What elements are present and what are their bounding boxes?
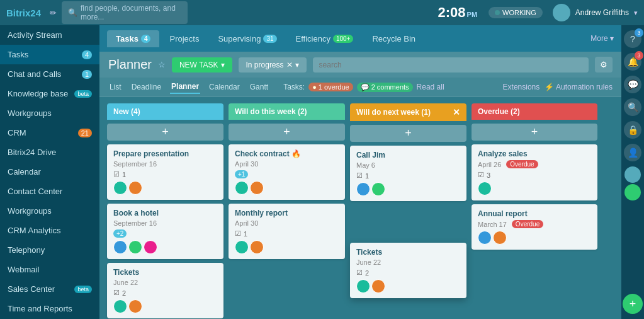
chat-btn[interactable]: 💬 bbox=[624, 76, 641, 93]
task-card-floating[interactable]: Tickets June 22 ☑ 2 bbox=[350, 243, 466, 298]
col-header-will-do: Will do this week (2) bbox=[229, 103, 345, 120]
add-btn[interactable]: + bbox=[623, 294, 643, 314]
col-new-title: New (4) bbox=[113, 107, 140, 116]
sidebar-item-crm-analytics[interactable]: CRM Analytics bbox=[0, 221, 99, 240]
edit-icon[interactable]: ✏ bbox=[50, 8, 57, 18]
planner-settings-button[interactable]: ⚙ bbox=[595, 57, 613, 72]
online-avatar[interactable] bbox=[624, 166, 641, 183]
sidebar-item-tasks[interactable]: Tasks 4 bbox=[0, 45, 99, 64]
task-avatar bbox=[128, 240, 142, 254]
task-card[interactable]: Prepare presentation September 16 ☑ 1 bbox=[107, 144, 223, 200]
sidebar-item-label: Calendar bbox=[8, 167, 41, 177]
task-card[interactable]: Analyze sales April 26 Overdue ☑ 3 bbox=[472, 144, 597, 200]
help-icon-btn[interactable]: ? 3 bbox=[624, 30, 641, 48]
task-title: Annual report bbox=[478, 209, 591, 218]
more-button[interactable]: More ▾ bbox=[590, 34, 614, 43]
dropdown-arrow: ▾ bbox=[221, 61, 225, 69]
new-task-button[interactable]: NEW TASK ▾ bbox=[172, 57, 232, 72]
task-avatars bbox=[356, 279, 460, 293]
filter-button[interactable]: In progress ✕ ▾ bbox=[239, 57, 307, 72]
sidebar-item-crm[interactable]: CRM 21 bbox=[0, 123, 99, 142]
kb-badge: beta bbox=[74, 90, 92, 98]
task-card[interactable]: Check contract 🔥 April 30 +1 bbox=[229, 144, 345, 200]
sidebar-item-chat[interactable]: Chat and Calls 1 bbox=[0, 64, 99, 84]
tab-supervising-badge: 31 bbox=[263, 35, 276, 43]
overdue-badge: Overdue bbox=[512, 220, 543, 228]
sidebar-item-contact-center[interactable]: Contact Center bbox=[0, 182, 99, 201]
sidebar-item-sales-center[interactable]: Sales Center beta bbox=[0, 279, 99, 299]
col-next-week-add-btn[interactable]: + bbox=[350, 125, 466, 142]
star-icon[interactable]: ☆ bbox=[158, 60, 166, 69]
planner-search-input[interactable] bbox=[313, 57, 589, 72]
extensions-btn[interactable]: Extensions bbox=[503, 83, 540, 91]
overdue-label: overdue bbox=[324, 83, 349, 91]
task-title: Prepare presentation bbox=[113, 149, 217, 158]
sidebar-item-workgroups2[interactable]: Workgroups bbox=[0, 201, 99, 221]
col-close-icon[interactable]: ✕ bbox=[453, 107, 460, 117]
topbar: Bitrix24 ✏ 🔍 find people, documents, and… bbox=[0, 0, 644, 25]
sidebar-item-knowledge[interactable]: Knowledge base beta bbox=[0, 84, 99, 103]
person-icon: 👤 bbox=[628, 148, 638, 158]
col-new-add-btn[interactable]: + bbox=[107, 124, 223, 141]
global-search[interactable]: 🔍 find people, documents, and more... bbox=[62, 1, 188, 24]
sub-nav-planner[interactable]: Planner bbox=[170, 80, 200, 94]
task-card[interactable]: Monthly report April 30 ☑ 1 bbox=[229, 204, 345, 259]
sidebar-item-time-reports[interactable]: Time and Reports bbox=[0, 299, 99, 318]
task-avatar bbox=[493, 231, 507, 245]
sidebar-item-workgroups[interactable]: Workgroups bbox=[0, 103, 99, 123]
sub-nav-calendar[interactable]: Calendar bbox=[208, 81, 241, 93]
column-new: New (4) + Prepare presentation September… bbox=[107, 103, 223, 319]
task-avatar bbox=[128, 299, 142, 313]
help-badge: 3 bbox=[635, 28, 643, 37]
sidebar-item-drive[interactable]: Bitrix24 Drive bbox=[0, 142, 99, 162]
task-avatar bbox=[113, 240, 127, 254]
sub-nav-deadline[interactable]: Deadline bbox=[130, 81, 162, 93]
sidebar-item-calendar[interactable]: Calendar bbox=[0, 162, 99, 182]
task-avatars bbox=[235, 240, 339, 254]
tab-efficiency[interactable]: Efficiency 100+ bbox=[287, 30, 363, 47]
sidebar-item-label: Workgroups bbox=[8, 108, 52, 118]
tab-supervising-label: Supervising bbox=[218, 34, 261, 44]
read-all-btn[interactable]: Read all bbox=[417, 83, 444, 91]
column-will-do: Will do this week (2) + Check contract 🔥… bbox=[229, 103, 345, 259]
task-avatars bbox=[113, 299, 217, 313]
lock-btn[interactable]: 🔒 bbox=[624, 121, 641, 139]
app-name-suffix: 24 bbox=[30, 8, 41, 18]
sidebar-item-webmail[interactable]: Webmail bbox=[0, 260, 99, 279]
person-btn[interactable]: 👤 bbox=[624, 144, 641, 161]
task-avatar bbox=[250, 181, 264, 195]
task-card[interactable]: Book a hotel September 16 +2 bbox=[107, 204, 223, 259]
task-checklist-icon: ☑ bbox=[478, 171, 484, 179]
sidebar-item-label: Sales Center bbox=[8, 284, 55, 294]
automation-btn[interactable]: ⚡ Automation rules bbox=[545, 83, 613, 91]
tab-tasks[interactable]: Tasks 4 bbox=[107, 30, 159, 47]
search-btn[interactable]: 🔍 bbox=[624, 98, 641, 116]
user-dropdown-icon[interactable]: ▾ bbox=[634, 9, 638, 17]
task-avatar bbox=[128, 181, 142, 195]
sidebar-item-telephony[interactable]: Telephony bbox=[0, 240, 99, 260]
lock-icon: 🔒 bbox=[628, 125, 638, 135]
col-overdue-add-btn[interactable]: + bbox=[472, 124, 597, 141]
tab-efficiency-badge: 100+ bbox=[333, 35, 354, 43]
task-card[interactable]: Call Jim May 6 ☑ 1 bbox=[350, 146, 466, 201]
task-card[interactable]: Annual report March 17 Overdue bbox=[472, 204, 597, 250]
task-date: September 16 bbox=[113, 160, 217, 168]
sub-nav-gantt[interactable]: Gantt bbox=[249, 81, 269, 93]
col-will-do-add-btn[interactable]: + bbox=[229, 124, 345, 141]
online-avatar[interactable] bbox=[624, 184, 641, 200]
tab-projects[interactable]: Projects bbox=[161, 30, 208, 47]
overdue-filter-badge[interactable]: ● 1 overdue bbox=[308, 83, 353, 91]
user-avatar[interactable] bbox=[553, 4, 570, 21]
sub-nav-list[interactable]: List bbox=[108, 81, 123, 93]
task-date: May 6 bbox=[356, 161, 460, 169]
sidebar-item-activity-stream[interactable]: Activity Stream bbox=[0, 25, 99, 45]
task-title: Monthly report bbox=[235, 209, 339, 218]
notifications-btn[interactable]: 🔔 3 bbox=[624, 53, 641, 71]
comments-filter-badge[interactable]: 💬 2 comments bbox=[357, 83, 413, 92]
task-card[interactable]: Tickets June 22 ☑ 2 bbox=[107, 263, 223, 318]
tab-supervising[interactable]: Supervising 31 bbox=[209, 30, 285, 47]
tab-recycle[interactable]: Recycle Bin bbox=[363, 30, 424, 47]
sidebar-item-label: Contact Center bbox=[8, 187, 62, 196]
working-status-btn[interactable]: WORKING bbox=[489, 7, 543, 18]
tab-tasks-label: Tasks bbox=[116, 34, 138, 44]
